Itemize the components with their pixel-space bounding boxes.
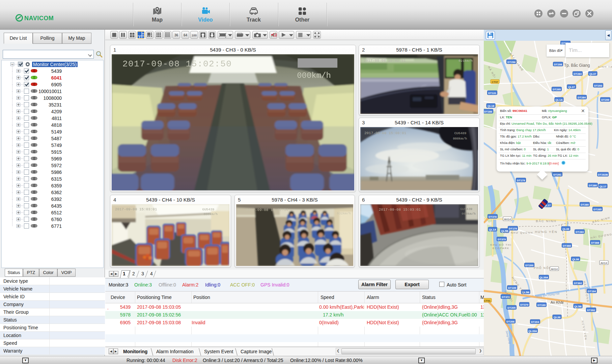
svg-text:DT284: DT284	[578, 96, 586, 99]
svg-text:BẮC NINH: BẮC NINH	[536, 219, 556, 223]
svg-text:DT131: DT131	[488, 92, 497, 95]
svg-text:DT283: DT283	[576, 231, 584, 234]
svg-text:QL37: QL37	[568, 86, 575, 89]
svg-text:2017-09-08 15:02:54: 2017-09-08 15:02:54	[246, 208, 288, 212]
svg-text:DT206: DT206	[506, 320, 515, 323]
svg-text:032km/h: 032km/h	[337, 212, 351, 215]
svg-text:DT282B: DT282B	[598, 173, 608, 176]
svg-text:DT379: DT379	[520, 303, 529, 306]
svg-text:2017-09-08 15:03:01: 2017-09-08 15:03:01	[379, 208, 421, 212]
svg-text:CT07: CT07	[492, 81, 498, 84]
svg-text:AH14: AH14	[551, 268, 558, 271]
svg-text:DT388: DT388	[591, 241, 600, 244]
svg-text:DT285: DT285	[593, 208, 602, 211]
svg-text:AH14: AH14	[504, 218, 511, 221]
svg-text:TT. NHƯ QUỨNH: TT. NHƯ QUỨNH	[504, 231, 533, 234]
svg-text:QL38: QL38	[562, 228, 569, 231]
svg-text:2017-09-08 15:08:01: 2017-09-08 15:08:01	[364, 131, 407, 135]
svg-text:CU6489: CU6489	[454, 131, 466, 135]
svg-text:ĐÌNH TRÌ: ĐÌNH TRÌ	[598, 65, 612, 68]
svg-text:DT392: DT392	[574, 282, 582, 285]
svg-text:DT280: DT280	[581, 203, 589, 206]
svg-text:DT179: DT179	[509, 227, 517, 230]
svg-text:QL38: QL38	[554, 316, 561, 319]
svg-text:DT284: DT284	[574, 72, 582, 75]
svg-text:DT299: DT299	[601, 98, 610, 101]
svg-text:DT388: DT388	[563, 244, 571, 247]
svg-text:2017-09-08 15:02:50: 2017-09-08 15:02:50	[122, 59, 232, 69]
svg-text:DT392: DT392	[587, 309, 595, 312]
svg-text:DT200: DT200	[525, 264, 534, 267]
svg-text:PHỐ NỐI: PHỐ NỐI	[534, 266, 551, 270]
svg-text:DT286: DT286	[484, 110, 493, 113]
svg-text:36: 36	[174, 33, 178, 37]
svg-text:DT204: DT204	[531, 321, 539, 324]
svg-text:DT298: DT298	[554, 63, 562, 66]
svg-text:QL37: QL37	[589, 72, 596, 75]
svg-text:DT295: DT295	[553, 88, 561, 91]
svg-text:000km/h: 000km/h	[453, 137, 467, 141]
svg-text:CT01: CT01	[484, 299, 491, 302]
svg-text:021km/h: 021km/h	[458, 59, 473, 63]
svg-text:QL38: QL38	[572, 258, 579, 261]
svg-text:GU5439: GU5439	[202, 208, 214, 211]
svg-text:100: 100	[192, 34, 197, 37]
svg-text:DT378: DT378	[489, 215, 497, 218]
svg-text:GU5439: GU5439	[460, 207, 472, 211]
svg-text:000km/h: 000km/h	[462, 212, 476, 216]
svg-text:000km/h: 000km/h	[203, 212, 218, 216]
svg-text:DT199: DT199	[508, 286, 517, 290]
svg-text:QL39A: QL39A	[539, 276, 548, 279]
svg-text:2017-09-08 15:02:51: 2017-09-08 15:02:51	[364, 59, 406, 63]
svg-text:000km/h: 000km/h	[297, 71, 331, 80]
svg-text:DT194: DT194	[588, 290, 596, 293]
svg-text:DT379: DT379	[498, 238, 506, 241]
svg-text:QL1A: QL1A	[489, 228, 496, 231]
svg-text:DT293: DT293	[594, 84, 603, 87]
svg-text:DT280: DT280	[589, 184, 597, 187]
svg-text:ECOPARK: ECOPARK	[493, 247, 509, 250]
svg-text:HƯNG YÊN: HƯNG YÊN	[535, 230, 557, 234]
svg-text:64: 64	[184, 33, 188, 37]
svg-text:DT291: DT291	[553, 173, 562, 176]
svg-text:2017-09-08 15:03:01: 2017-09-08 15:03:01	[115, 207, 157, 211]
svg-text:DT205: DT205	[507, 306, 516, 309]
svg-text:DT199: DT199	[537, 304, 546, 307]
svg-text:AH14: AH14	[601, 262, 608, 265]
svg-text:An Khải: An Khải	[551, 300, 564, 304]
svg-text:Tp. Bắc Giang: Tp. Bắc Giang	[564, 63, 590, 68]
svg-text:QL5B: QL5B	[574, 305, 582, 308]
svg-text:QL1A: QL1A	[555, 98, 563, 101]
svg-text:QL39A: QL39A	[528, 330, 537, 333]
svg-text:DT179: DT179	[517, 179, 525, 182]
svg-text:KHU ĐÔ THỊ: KHU ĐÔ THỊ	[490, 243, 511, 246]
svg-text:QL18: QL18	[488, 104, 495, 108]
svg-text:QL17: QL17	[600, 185, 607, 188]
